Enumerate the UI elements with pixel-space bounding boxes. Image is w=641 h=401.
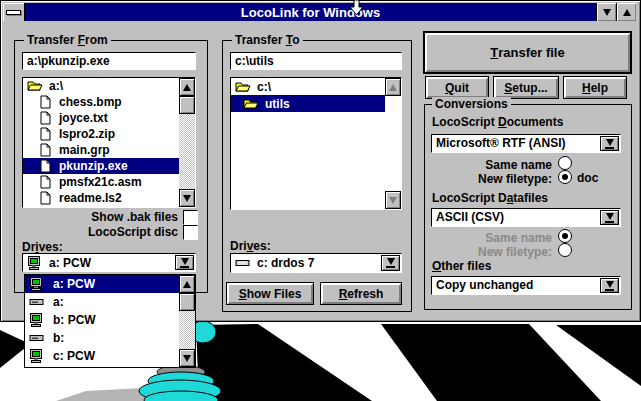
scroll-up-button[interactable]	[179, 78, 195, 96]
pcw-drive-icon	[29, 349, 45, 363]
floppy-drive-icon	[29, 295, 45, 309]
refresh-button[interactable]: Refresh	[320, 282, 402, 305]
datafiles-dropdown-button[interactable]	[600, 210, 619, 225]
transfer-file-button[interactable]: Transfer file	[423, 31, 632, 74]
to-drive-value: c: drdos 7	[257, 256, 314, 270]
transfer-to-folder-list[interactable]: c:\ utils	[230, 77, 402, 210]
from-drives-dropdown-list[interactable]: a: PCW a: b: PCW b: c: PCW	[24, 274, 196, 368]
list-item[interactable]: chess.bmp	[23, 94, 179, 110]
to-drives-combobox[interactable]: c: drdos 7	[230, 253, 402, 273]
other-files-label: Other files	[432, 260, 491, 273]
drive-option-selected[interactable]: a: PCW	[25, 275, 179, 293]
minimize-icon	[603, 9, 611, 16]
control-menu-button[interactable]	[3, 3, 25, 21]
scroll-thumb[interactable]	[179, 96, 195, 114]
documents-same-name-radio[interactable]	[558, 156, 572, 170]
file-list-scrollbar[interactable]	[179, 78, 195, 207]
folder-open-icon	[243, 97, 259, 111]
list-item[interactable]: joyce.txt	[23, 110, 179, 126]
window-title: LocoLink for Windows	[25, 5, 596, 20]
list-item[interactable]: c:\	[231, 78, 385, 95]
scroll-track[interactable]	[385, 96, 401, 191]
datafiles-same-name-label: Same name	[420, 231, 552, 245]
transfer-from-path-input[interactable]: a:\pkunzip.exe	[22, 52, 196, 70]
scroll-down-button[interactable]	[179, 349, 195, 367]
list-item[interactable]: main.grp	[23, 142, 179, 158]
documents-filetype-ext: doc	[577, 172, 598, 185]
documents-format-combobox[interactable]: Microsoft® RTF (ANSI)	[431, 134, 621, 153]
floppy-drive-icon	[29, 331, 45, 345]
other-files-value: Copy unchanged	[436, 278, 533, 292]
file-icon	[37, 127, 53, 141]
title-bar[interactable]: LocoLink for Windows	[3, 3, 636, 21]
dropdown-scrollbar[interactable]	[179, 275, 195, 367]
pcw-drive-icon	[27, 256, 43, 270]
scroll-up-button[interactable]	[179, 275, 195, 293]
datafiles-format-combobox[interactable]: ASCII (CSV)	[431, 208, 621, 227]
show-bak-label: Show .bak files	[22, 211, 178, 224]
transfer-to-path-input[interactable]: c:\utils	[230, 52, 402, 70]
file-icon	[37, 143, 53, 157]
mouse-cursor	[349, 0, 365, 16]
folder-open-icon	[27, 79, 43, 93]
scroll-thumb[interactable]	[179, 293, 195, 311]
maximize-button[interactable]	[616, 3, 636, 21]
documents-label: LocoScript Documents	[432, 116, 563, 129]
drive-option[interactable]: a:	[25, 293, 179, 311]
folder-open-icon	[235, 80, 251, 94]
to-drives-dropdown-button[interactable]	[381, 255, 400, 271]
documents-new-filetype-radio[interactable]	[558, 170, 572, 184]
dropdown-arrow-icon	[606, 139, 614, 146]
documents-same-name-label: Same name	[420, 158, 552, 172]
maximize-icon	[623, 9, 631, 16]
drive-option[interactable]: b:	[25, 329, 179, 347]
desktop: LocoLink for Windows Transfer From a:\pk…	[0, 0, 641, 401]
help-button[interactable]: Help	[563, 76, 627, 99]
other-files-dropdown-button[interactable]	[600, 278, 619, 293]
list-item-selected[interactable]: utils	[231, 95, 385, 112]
conversions-label: Conversions	[432, 97, 511, 111]
locoscript-disc-label: LocoScript disc	[22, 226, 178, 239]
scroll-down-button-disabled[interactable]	[385, 191, 401, 209]
list-item[interactable]: pmsfx21c.asm	[23, 174, 179, 190]
folder-list-items: c:\ utils	[231, 78, 385, 209]
file-list-items: a:\ chess.bmp joyce.txt lspro2.zip main.…	[23, 78, 179, 207]
documents-format-value: Microsoft® RTF (ANSI)	[436, 136, 566, 150]
file-icon	[37, 175, 53, 189]
pcw-drive-icon	[29, 277, 45, 291]
scroll-up-button-disabled[interactable]	[385, 78, 401, 96]
minimize-button[interactable]	[596, 3, 616, 21]
transfer-from-file-list[interactable]: a:\ chess.bmp joyce.txt lspro2.zip main.…	[22, 77, 196, 208]
dropdown-arrow-icon	[181, 258, 189, 265]
drive-option[interactable]: c: PCW	[25, 347, 179, 365]
scroll-track[interactable]	[179, 114, 195, 189]
datafiles-new-filetype-radio[interactable]	[558, 243, 572, 257]
drive-option[interactable]: b: PCW	[25, 311, 179, 329]
from-drives-dropdown-button[interactable]	[175, 255, 194, 270]
quit-button[interactable]: Quit	[425, 76, 489, 99]
datafiles-format-value: ASCII (CSV)	[436, 210, 504, 224]
datafiles-new-filetype-label: New filetype:	[420, 245, 552, 259]
dropdown-arrow-icon	[606, 213, 614, 220]
list-item[interactable]: lspro2.zip	[23, 126, 179, 142]
datafiles-same-name-radio[interactable]	[558, 229, 572, 243]
dropdown-arrow-icon	[387, 258, 395, 265]
folder-list-scrollbar[interactable]	[385, 78, 401, 209]
list-item[interactable]: readme.ls2	[23, 190, 179, 206]
file-icon	[37, 111, 53, 125]
locoscript-disc-checkbox[interactable]	[183, 225, 198, 240]
scroll-track[interactable]	[179, 311, 195, 349]
from-drives-combobox[interactable]: a: PCW	[22, 253, 196, 272]
to-drives-label: Drives:	[230, 240, 271, 253]
setup-button[interactable]: Setup...	[493, 76, 559, 99]
list-item[interactable]: a:\	[23, 78, 179, 94]
pcw-drive-icon	[29, 313, 45, 327]
list-item-selected[interactable]: pkunzip.exe	[23, 158, 179, 174]
documents-dropdown-button[interactable]	[600, 136, 619, 151]
show-bak-checkbox[interactable]	[183, 210, 198, 225]
scroll-down-button[interactable]	[179, 189, 195, 207]
other-files-combobox[interactable]: Copy unchanged	[431, 276, 621, 295]
file-icon	[37, 191, 53, 205]
show-files-button[interactable]: Show Files	[226, 282, 314, 305]
from-drive-value: a: PCW	[49, 256, 91, 270]
